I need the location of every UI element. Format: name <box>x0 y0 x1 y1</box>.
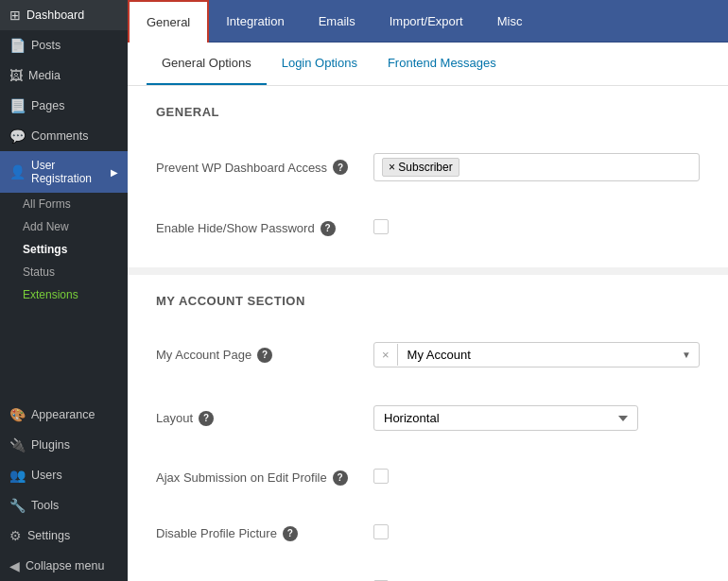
disable-profile-picture-help[interactable]: ? <box>283 526 298 541</box>
sidebar-item-media[interactable]: 🖼 Media <box>0 60 128 91</box>
ajax-submission-label: Ajax Submission on Edit Profile ? <box>156 470 373 486</box>
my-account-page-arrow: ▼ <box>674 346 699 364</box>
dashboard-icon: ⊞ <box>9 8 21 23</box>
ajax-submission-row: Ajax Submission on Edit Profile ? <box>156 457 700 498</box>
sidebar-item-label: Tools <box>31 499 59 512</box>
hide-show-password-label: Enable Hide/Show Password ? <box>156 221 373 236</box>
hide-show-password-row: Enable Hide/Show Password ? <box>156 208 700 248</box>
media-icon: 🖼 <box>9 68 23 83</box>
hide-show-password-control <box>373 219 700 237</box>
tab-integration[interactable]: Integration <box>209 0 301 42</box>
general-section-title: GENERAL <box>156 105 700 119</box>
ajax-submission-control <box>373 469 700 487</box>
sidebar-sub-extensions[interactable]: Extensions <box>0 283 128 306</box>
sidebar-item-label: User Registration <box>31 159 105 185</box>
sidebar-item-collapse[interactable]: ◀ Collapse menu <box>0 551 128 581</box>
sidebar-item-label: Dashboard <box>26 9 84 22</box>
sidebar-item-label: Plugins <box>31 438 70 452</box>
sidebar-item-settings[interactable]: ⚙ Settings <box>0 521 128 551</box>
my-account-section-title: MY ACCOUNT SECTION <box>156 294 700 308</box>
collapse-icon: ◀ <box>9 558 20 573</box>
settings-icon: ⚙ <box>9 528 22 543</box>
appearance-icon: 🎨 <box>9 407 26 422</box>
layout-help[interactable]: ? <box>199 411 214 426</box>
form-row-ajax-submission: Ajax Submission on Edit Profile ? <box>128 450 728 505</box>
sidebar-sub-status[interactable]: Status <box>0 261 128 283</box>
pages-icon: 📃 <box>9 98 26 113</box>
sidebar-item-comments[interactable]: 💬 Comments <box>0 121 128 151</box>
form-row-hide-show-password: Enable Hide/Show Password ? <box>128 200 728 267</box>
my-account-page-control: × My Account ▼ <box>373 342 700 367</box>
sidebar-item-tools[interactable]: 🔧 Tools <box>0 490 128 521</box>
comments-icon: 💬 <box>9 128 26 144</box>
hide-show-password-help[interactable]: ? <box>321 221 336 236</box>
sidebar-item-pages[interactable]: 📃 Pages <box>0 91 128 121</box>
sidebar-sub-all-forms[interactable]: All Forms <box>0 193 128 215</box>
sub-nav: General Options Login Options Frontend M… <box>128 43 728 86</box>
sidebar-sub-add-new[interactable]: Add New <box>0 215 128 238</box>
sidebar: ⊞ Dashboard 📄 Posts 🖼 Media 📃 Pages 💬 Co… <box>0 0 128 581</box>
disable-profile-picture-label: Disable Profile Picture ? <box>156 526 373 541</box>
my-account-page-row: My Account Page ? × My Account ▼ <box>156 331 700 379</box>
tab-misc[interactable]: Misc <box>480 0 540 42</box>
tab-import-export[interactable]: Import/Export <box>373 0 480 42</box>
prevent-dashboard-control: × Subscriber <box>373 153 700 181</box>
disable-profile-picture-checkbox[interactable] <box>373 524 389 539</box>
prevent-dashboard-row: Prevent WP Dashboard Access ? × Subscrib… <box>156 142 700 193</box>
sidebar-item-label: Collapse menu <box>26 559 104 572</box>
subscriber-tag: × Subscriber <box>382 158 459 177</box>
subnav-frontend-messages[interactable]: Frontend Messages <box>373 43 511 85</box>
general-section: GENERAL Prevent WP Dashboard Access ? × … <box>128 86 728 267</box>
subnav-general-options[interactable]: General Options <box>147 43 267 85</box>
users-icon: 👥 <box>9 468 26 483</box>
tag-input-subscriber[interactable]: × Subscriber <box>373 153 700 181</box>
prevent-dashboard-help[interactable]: ? <box>333 160 348 175</box>
hide-show-password-checkbox[interactable] <box>373 219 389 234</box>
sidebar-item-posts[interactable]: 📄 Posts <box>0 30 128 60</box>
disable-profile-picture-control <box>373 524 700 542</box>
ajax-submission-help[interactable]: ? <box>333 470 348 486</box>
sidebar-item-label: Comments <box>31 129 88 143</box>
prevent-dashboard-label: Prevent WP Dashboard Access ? <box>156 160 373 175</box>
my-account-section: MY ACCOUNT SECTION My Account Page ? × M… <box>128 275 728 581</box>
my-account-page-help[interactable]: ? <box>257 348 272 363</box>
layout-label: Layout ? <box>156 411 373 426</box>
arrow-icon: ▶ <box>111 167 118 178</box>
tab-general[interactable]: General <box>128 0 209 43</box>
sidebar-item-appearance[interactable]: 🎨 Appearance <box>0 400 128 430</box>
tab-emails[interactable]: Emails <box>302 0 373 42</box>
form-row-disable-logout: Disable Logout Confirmation ? <box>128 561 728 581</box>
sidebar-item-plugins[interactable]: 🔌 Plugins <box>0 430 128 460</box>
sidebar-item-label: Settings <box>27 529 70 542</box>
sidebar-item-users[interactable]: 👥 Users <box>0 460 128 490</box>
my-account-page-value: My Account <box>398 343 675 367</box>
settings-content-area: GENERAL Prevent WP Dashboard Access ? × … <box>128 86 728 581</box>
layout-control: Horizontal Vertical <box>373 405 700 431</box>
disable-logout-row: Disable Logout Confirmation ? <box>156 569 700 581</box>
posts-icon: 📄 <box>9 38 26 53</box>
form-row-prevent-dashboard: Prevent WP Dashboard Access ? × Subscrib… <box>128 134 728 200</box>
user-registration-icon: 👤 <box>9 164 26 179</box>
sidebar-sub-settings[interactable]: Settings <box>0 238 128 261</box>
form-row-layout: Layout ? Horizontal Vertical <box>128 386 728 450</box>
my-account-page-clear[interactable]: × <box>374 344 398 366</box>
plugins-icon: 🔌 <box>9 437 26 453</box>
form-row-my-account-page: My Account Page ? × My Account ▼ <box>128 323 728 386</box>
sidebar-item-label: Media <box>28 69 61 82</box>
sidebar-item-dashboard[interactable]: ⊞ Dashboard <box>0 0 128 30</box>
my-account-page-select-wrapper[interactable]: × My Account ▼ <box>373 342 700 367</box>
sidebar-item-label: Pages <box>31 99 64 112</box>
my-account-page-label: My Account Page ? <box>156 348 373 363</box>
layout-row: Layout ? Horizontal Vertical <box>156 394 700 442</box>
tools-icon: 🔧 <box>9 498 26 513</box>
ajax-submission-checkbox[interactable] <box>373 469 389 484</box>
layout-select[interactable]: Horizontal Vertical <box>373 405 638 431</box>
disable-profile-picture-row: Disable Profile Picture ? <box>156 513 700 554</box>
sidebar-item-user-registration[interactable]: 👤 User Registration ▶ <box>0 151 128 193</box>
subnav-login-options[interactable]: Login Options <box>267 43 373 85</box>
top-nav: General Integration Emails Import/Export… <box>128 0 728 43</box>
sidebar-item-label: Users <box>31 469 62 482</box>
main-content: General Integration Emails Import/Export… <box>128 0 728 581</box>
sidebar-item-label: Appearance <box>31 408 95 421</box>
sidebar-item-label: Posts <box>31 39 61 52</box>
